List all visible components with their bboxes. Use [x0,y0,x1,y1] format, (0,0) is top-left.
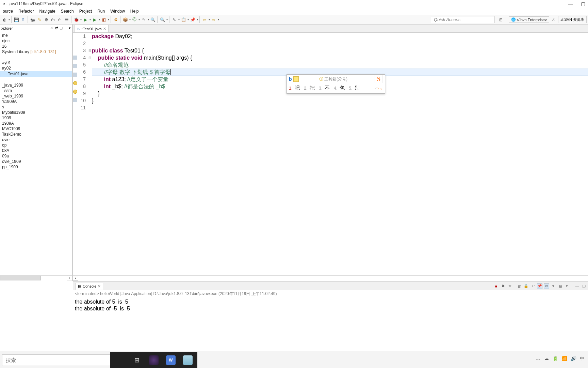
tree-item[interactable]: 08A [0,148,72,153]
warning-icon[interactable] [73,90,77,94]
tree-item[interactable]: ay01 [0,60,72,65]
task-view-button[interactable]: ⊞ [129,353,145,367]
collapse-all-icon[interactable]: ⇄ [55,26,58,30]
tree-item[interactable]: _web_1909 [0,93,72,99]
ime-candidates[interactable]: 1. 吧2. 把3. 不4. 包5. 别‹›⌄ [287,83,385,93]
cortana-button[interactable] [112,353,128,367]
annot-icon[interactable]: ✎ [171,17,177,23]
terminate-icon[interactable]: ■ [493,283,499,289]
perspective-java-ee[interactable]: 🌐 <Java Enterprise> [509,16,549,23]
ext-tool-icon[interactable]: ⚙ [113,17,119,23]
menu-source[interactable]: ource [1,8,15,14]
pin-icon[interactable]: 📌 [190,17,196,23]
taskbar-search[interactable]: 搜索 [2,354,110,366]
tray-volume-icon[interactable]: 🔊 [571,356,576,362]
tree-item[interactable]: 16 [0,44,72,49]
clear-icon[interactable]: 🗑 [517,283,522,289]
tree-item[interactable]: oject [0,38,72,44]
explorer-close-icon[interactable]: ✕ [50,26,53,30]
tree-item[interactable]: 09a [0,153,72,159]
quick-access-input[interactable] [431,16,494,23]
tool4-icon[interactable]: 🗀 [57,17,63,23]
save-all-icon[interactable]: 🗎 [20,17,26,23]
tray-wifi-icon[interactable]: 📶 [561,356,567,362]
explorer-hscroll[interactable]: › [0,275,72,281]
taskbar-app-eclipse[interactable] [146,353,162,367]
remove-all-icon[interactable]: ✳ [507,283,512,289]
tree-item[interactable]: System Library [jdk1.8.0_131] [0,49,72,55]
menu-window[interactable]: Window [108,8,127,14]
open-console-icon[interactable]: 🖥 [557,283,563,289]
forward-icon[interactable]: ⇨ [211,17,217,23]
save-icon[interactable]: 💾 [13,17,19,23]
word-wrap-icon[interactable]: ↩ [530,283,536,289]
tree-item[interactable]: me [0,33,72,38]
back-icon[interactable]: ⇦ [201,17,208,23]
task-icon[interactable]: 📋 [180,17,186,23]
tray-chevron-up-icon[interactable]: ︿ [536,356,541,362]
taskbar-app-other[interactable] [180,353,196,367]
perspective-java-icon[interactable]: ♨ [551,17,557,23]
menu-project[interactable]: Project [77,8,94,14]
ime-next-icon[interactable]: › [377,86,379,91]
minimize-icon[interactable]: — [574,283,580,289]
open-perspective-icon[interactable]: ⊞ [498,17,504,23]
ime-candidate[interactable]: 3. 不 [319,85,330,91]
run-icon[interactable]: ▶ [82,17,88,23]
perspective-svn[interactable]: ⇄ SVN 资源库 [558,16,587,23]
tree-item[interactable]: op [0,142,72,148]
tree-item[interactable]: 1909A [0,121,72,126]
tree-item[interactable]: pp_1909 [0,164,72,170]
tool5-icon[interactable]: ☰ [64,17,70,23]
ime-prev-icon[interactable]: ‹ [375,86,377,91]
maximize-icon[interactable]: ▢ [581,283,587,289]
tree-item[interactable]: Test01.java [0,71,72,77]
menu-run[interactable]: Run [95,8,107,14]
coverage-icon[interactable]: ◧ [101,17,107,23]
tree-item[interactable]: 's1909A [0,99,72,104]
tree-item[interactable]: Mybatis1909 [0,110,72,115]
tray-ime-icon[interactable]: 中 [580,356,585,362]
editor-hscroll[interactable]: ‹ [73,275,588,281]
tree-item[interactable]: TaskDemo [0,132,72,137]
tree-item[interactable] [0,55,72,60]
menu-refactor[interactable]: Refactor [16,8,36,14]
run-ext-icon[interactable]: ▶ [92,17,98,23]
ime-candidate[interactable]: 4. 包 [334,85,345,91]
link-editor-icon[interactable]: ⊟ [60,26,63,30]
new-class-icon[interactable]: Ⓒ [131,17,137,23]
new-pkg-icon[interactable]: 📦 [122,17,128,23]
menu-navigate[interactable]: Navigate [37,8,57,14]
new-folder-icon[interactable]: 🗀 [141,17,147,23]
explorer-tree[interactable]: meoject16System Library [jdk1.8.0_131] a… [0,32,72,275]
console-tab[interactable]: ▤ Console ✕ [76,283,103,290]
tool-icon[interactable]: 🐜 [30,17,36,23]
close-icon[interactable]: ✕ [103,27,106,31]
code-editor[interactable]: 1234567891011 ⊟ ⊟ package Day02; public … [73,33,588,275]
code-content[interactable]: package Day02; public class Test01 { pub… [92,33,588,275]
tree-item[interactable]: ay02 [0,65,72,71]
tray-battery-icon[interactable]: 🔋 [552,356,558,362]
tree-item[interactable]: 1909 [0,115,72,121]
scroll-thumb[interactable] [0,276,41,280]
tree-item[interactable]: MVC1909 [0,126,72,132]
dd2-icon[interactable]: ▾ [564,283,570,289]
menu-search[interactable]: Search [59,8,76,14]
search2-icon[interactable]: 🔍 [159,17,165,23]
tree-item[interactable]: s [0,104,72,110]
pin-console-icon[interactable]: 📌 [537,283,542,289]
tree-item[interactable]: _java_1909 [0,82,72,88]
ime-candidate[interactable]: 5. 别 [349,85,360,91]
dd-icon[interactable]: ▾ [551,283,556,289]
tool2-icon[interactable]: ⚙ [43,17,49,23]
tool3-icon[interactable]: 🗀 [50,17,56,23]
menu-help[interactable]: Help [128,8,141,14]
scroll-right-icon[interactable]: › [67,276,72,280]
remove-launch-icon[interactable]: ✖ [500,283,506,289]
minimize-icon[interactable]: — [568,1,573,6]
tree-item[interactable] [0,77,72,82]
ime-candidate[interactable]: 1. 吧 [289,85,300,91]
tree-item[interactable]: _ssm [0,88,72,93]
tray-onedrive-icon[interactable]: ☁ [544,356,549,362]
scroll-lock-icon[interactable]: 🔒 [523,283,529,289]
